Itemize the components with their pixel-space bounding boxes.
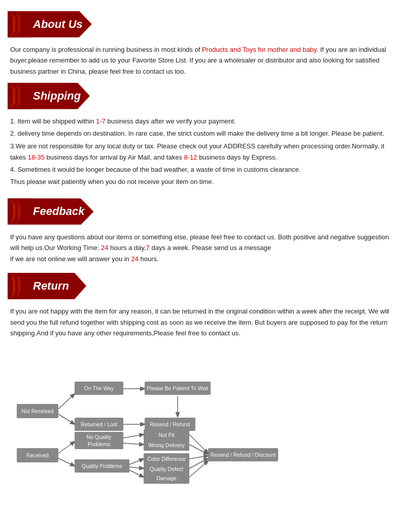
return-content: If you are not happy with the item for a… (8, 306, 398, 338)
svg-line-9 (129, 459, 144, 464)
svg-line-13 (189, 445, 208, 454)
shipping-item-2: 2. delivery time depends on destination.… (10, 128, 396, 139)
shipping-item-1-before: 1. Item will be shipped within (10, 117, 96, 125)
svg-line-5 (58, 442, 75, 453)
feedback-content: If you have any questions about our item… (8, 232, 398, 264)
about-us-content: Our company is professional in running b… (8, 44, 398, 77)
please-be-patient-label: Please Be Patient To Wait (147, 385, 209, 391)
shipping-highlight-1: 1-7 (96, 117, 106, 125)
about-us-banner: About Us (8, 10, 92, 38)
shipping-highlight-3: 8-12 (184, 153, 197, 161)
shipping-item-5-text: Thus please wait patiently when you do n… (10, 178, 214, 185)
about-us-text-before: Our company is professional in running b… (10, 46, 202, 53)
on-the-way-label: On The Way (84, 385, 114, 391)
color-difference-label: Color Difference (147, 456, 186, 462)
resend-refund-discount-label: Resend / Refund / Discount (211, 452, 276, 458)
shipping-title: Shipping (33, 89, 81, 103)
received-label: Received (26, 452, 49, 458)
shipping-item-2-text: 2. delivery time depends on destination.… (10, 130, 384, 137)
svg-line-11 (129, 470, 144, 477)
feedback-banner-bg: Feedback (8, 198, 94, 225)
return-title: Return (33, 279, 69, 293)
about-us-banner-bg: About Us (8, 11, 92, 38)
damage-label: Damage (156, 475, 177, 481)
svg-line-10 (129, 467, 144, 468)
shipping-item-4: 4. Sometimes it would be longer because … (10, 164, 396, 175)
no-quality-label2: Problems (88, 441, 110, 447)
feedback-title: Feedback (33, 205, 85, 218)
not-received-label: Not Received (21, 408, 53, 414)
shipping-item-3-mid: business days for arrival by Air Mail, a… (45, 153, 184, 161)
return-banner: Return (8, 272, 89, 300)
feedback-ribbon-icon (8, 198, 32, 225)
returned-lost-label: Returned / Lost (81, 421, 117, 427)
feedback-highlight-2: 7 (146, 244, 150, 252)
shipping-item-5: Thus please wait patiently when you do n… (10, 176, 396, 187)
svg-line-12 (189, 434, 208, 453)
not-fit-label: Not Fit (159, 432, 175, 438)
svg-line-7 (123, 434, 144, 438)
resend-refund-label: Resend / Refund (150, 421, 190, 427)
shipping-item-4-text: 4. Sometimes it would be longer because … (10, 166, 300, 173)
quality-defect-label: Quality Defect (150, 466, 183, 472)
no-quality-label: No Quality (86, 434, 112, 440)
feedback-text-mid1: hours a day, (108, 244, 146, 252)
feedback-banner: Feedback (8, 198, 94, 226)
feedback-text: If you have any questions about our item… (10, 232, 396, 264)
svg-line-8 (123, 443, 144, 445)
return-text: If you are not happy with the item for a… (10, 306, 396, 338)
shipping-content: 1. Item will be shipped within 1-7 busin… (8, 116, 398, 187)
svg-line-1 (58, 414, 75, 424)
shipping-item-1: 1. Item will be shipped within 1-7 busin… (10, 116, 396, 127)
ribbon-left-icon (8, 11, 32, 38)
return-header: Return (8, 272, 398, 300)
quality-problems-label: Quality Problems (82, 463, 122, 469)
feedback-header: Feedback (8, 198, 398, 226)
svg-line-6 (58, 458, 75, 466)
shipping-banner-bg: Shipping (8, 83, 90, 109)
about-us-header: About Us (8, 10, 398, 38)
about-us-highlight: Products and Toys for mother and baby (202, 46, 317, 53)
return-ribbon-icon (8, 273, 32, 299)
shipping-item-3-after: business days by Express. (197, 153, 278, 161)
return-banner-bg: Return (8, 273, 86, 299)
feedback-highlight-3: 24 (131, 255, 138, 263)
shipping-item-3: 3.We are not responsible for any local d… (10, 141, 396, 163)
shipping-item-1-after: business days after we verify your payme… (106, 117, 236, 125)
svg-line-14 (189, 456, 208, 459)
flowchart-svg: Not Received On The Way Returned / Lost … (8, 359, 393, 481)
wrong-delivery-label: Wrong Delivery (148, 442, 185, 448)
feedback-highlight-1: 24 (101, 244, 108, 252)
flowchart: Not Received On The Way Returned / Lost … (8, 359, 393, 481)
shipping-highlight-2: 18-35 (28, 153, 45, 161)
shipping-ribbon-icon (8, 83, 32, 109)
feedback-text-after: hours. (139, 255, 159, 263)
about-us-title: About Us (33, 18, 83, 31)
shipping-header: Shipping (8, 82, 398, 110)
shipping-banner: Shipping (8, 82, 90, 110)
svg-line-0 (58, 394, 75, 409)
about-us-text: Our company is professional in running b… (10, 44, 396, 77)
